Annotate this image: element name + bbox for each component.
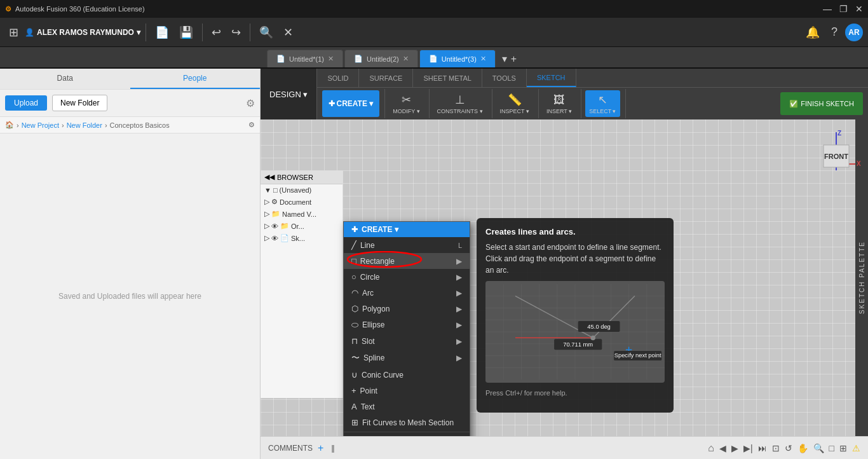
menu-item-line[interactable]: ╱Line L xyxy=(344,237,470,253)
create-menu-header[interactable]: ✚ CREATE ▾ xyxy=(344,222,470,237)
nav-play-icon[interactable]: ▶ xyxy=(731,443,738,453)
browser-item-document[interactable]: ▷ ⚙ Document xyxy=(261,196,342,208)
constraints-btn[interactable]: ⊥ CONSTRAINTS ▾ xyxy=(433,90,487,117)
help-btn[interactable]: ? xyxy=(827,23,841,41)
mode-tab-tools[interactable]: TOOLS xyxy=(482,69,527,87)
slot-icon: ⊓ xyxy=(351,336,358,346)
comments-collapse-icon[interactable]: ‖ xyxy=(331,444,335,453)
nav-home-icon[interactable]: ⌂ xyxy=(708,442,714,454)
select-btn[interactable]: ↖ SELECT ▾ xyxy=(585,90,620,117)
window-controls[interactable]: — ❐ ✕ xyxy=(823,4,863,14)
breadcrumb-project[interactable]: New Project xyxy=(22,121,59,129)
tabs-overflow-btn[interactable]: ▾ xyxy=(502,53,507,65)
breadcrumb-sep-2: › xyxy=(62,121,64,129)
menu-item-ellipse[interactable]: ⬭Ellipse ▶ xyxy=(344,317,470,333)
design-mode-btn[interactable]: DESIGN ▾ xyxy=(261,69,317,120)
arc-icon: ◠ xyxy=(351,288,358,298)
upload-btn[interactable]: Upload xyxy=(5,95,47,111)
svg-text:70.711 mm: 70.711 mm xyxy=(563,341,593,348)
conic-curve-icon: ∪ xyxy=(351,370,358,380)
svg-text:X: X xyxy=(857,160,861,167)
browser-item-origin[interactable]: ▷ 👁 📁 Or... xyxy=(261,220,342,232)
menu-item-mirror[interactable]: △Mirror xyxy=(344,434,470,436)
minimize-btn[interactable]: — xyxy=(823,4,832,14)
add-comment-btn[interactable]: + xyxy=(318,442,323,454)
finish-sketch-btn[interactable]: ✅ FINISH SKETCH xyxy=(780,92,863,115)
comments-bar: COMMENTS + ‖ ⌂ ◀ ▶ ▶| ⏭ ⊡ ↺ ✋ 🔍 □ ⊞ ⚠ xyxy=(261,436,868,459)
browser-item-unsaved[interactable]: ▼ □ (Unsaved) xyxy=(261,184,342,196)
browser-collapse-icon: ◀◀ xyxy=(264,173,275,181)
sketch-palette-label: SKETCH PALETTE xyxy=(858,241,865,314)
tab-close-2[interactable]: ✕ xyxy=(403,55,409,63)
breadcrumb-settings-icon[interactable]: ⚙ xyxy=(248,121,255,129)
eye-icon[interactable]: 👁 xyxy=(271,223,278,230)
modify-icon: ✂ xyxy=(402,93,411,107)
browser-item-sketch[interactable]: ▷ 👁 📄 Sk... xyxy=(261,232,342,244)
tab-close-1[interactable]: ✕ xyxy=(328,55,334,63)
create-btn[interactable]: ✚ CREATE ▾ xyxy=(322,90,379,117)
user-avatar[interactable]: AR xyxy=(845,24,863,41)
inspect-btn[interactable]: 📏 INSPECT ▾ xyxy=(496,90,533,117)
menu-item-slot[interactable]: ⊓Slot ▶ xyxy=(344,333,470,349)
apps-grid-btn[interactable]: ⊞ xyxy=(5,23,22,42)
maximize-btn[interactable]: ❐ xyxy=(839,4,848,14)
nav-back-icon[interactable]: ◀ xyxy=(719,443,726,453)
search-btn[interactable]: 🔍 xyxy=(255,23,277,42)
user-menu-btn[interactable]: 👤 ALEX RAMOS RAYMUNDO ▾ xyxy=(25,28,140,37)
tab-untitled3[interactable]: 📄 Untitled*(3) ✕ xyxy=(419,50,496,67)
menu-item-circle[interactable]: ○Circle ▶ xyxy=(344,269,470,285)
mode-tab-solid[interactable]: SOLID xyxy=(317,69,359,87)
notifications-btn[interactable]: 🔔 xyxy=(802,23,824,42)
tab-untitled1[interactable]: 📄 Untitled*(1) ✕ xyxy=(267,50,343,67)
data-tab[interactable]: Data xyxy=(0,69,130,89)
create-dropdown-menu: ✚ CREATE ▾ ╱Line L □ Rectangle ▶ xyxy=(343,221,470,436)
view-cube[interactable]: FRONT Z X xyxy=(811,126,862,177)
close-btn[interactable]: ✕ xyxy=(855,4,863,14)
file-new-btn[interactable]: 📄 xyxy=(151,23,173,42)
menu-item-arc[interactable]: ◠Arc ▶ xyxy=(344,285,470,301)
insert-btn[interactable]: 🖼 INSERT ▾ xyxy=(543,90,576,117)
circle-arrow: ▶ xyxy=(456,273,462,282)
display-icon[interactable]: □ xyxy=(829,443,834,453)
mode-tab-sheet-metal[interactable]: SHEET METAL xyxy=(413,69,482,87)
nav-step-icon[interactable]: ▶| xyxy=(743,443,753,453)
menu-item-fit-curves[interactable]: ⊞Fit Curves to Mesh Section xyxy=(344,414,470,430)
tab-close-3[interactable]: ✕ xyxy=(480,55,486,63)
constraints-group: ⊥ CONSTRAINTS ▾ xyxy=(433,89,492,118)
mode-tab-sketch[interactable]: SKETCH xyxy=(527,69,576,87)
menu-item-point[interactable]: +Point xyxy=(344,383,470,399)
menu-item-polygon[interactable]: ⬡Polygon ▶ xyxy=(344,301,470,317)
modify-btn[interactable]: ✂ MODIFY ▾ xyxy=(389,90,423,117)
breadcrumb-folder[interactable]: New Folder xyxy=(67,121,102,129)
eye-icon[interactable]: 👁 xyxy=(271,235,278,242)
grid-icon[interactable]: ⊞ xyxy=(839,443,847,453)
close-file-btn[interactable]: ✕ xyxy=(280,23,297,42)
cad-canvas[interactable]: ◀◀ BROWSER ▼ □ (Unsaved) ▷ ⚙ Document ▷ … xyxy=(261,120,868,436)
new-tab-btn[interactable]: + xyxy=(511,53,517,65)
breadcrumb-home-icon[interactable]: 🏠 xyxy=(5,121,14,129)
undo-btn[interactable]: ↩ xyxy=(208,23,225,42)
mode-tab-surface[interactable]: SURFACE xyxy=(359,69,413,87)
menu-item-conic-curve[interactable]: ∪Conic Curve xyxy=(344,367,470,383)
pan-icon[interactable]: ✋ xyxy=(797,443,808,453)
nav-end-icon[interactable]: ⏭ xyxy=(758,443,767,453)
menu-item-text[interactable]: AText xyxy=(344,399,470,414)
orbit-icon[interactable]: ↺ xyxy=(785,443,792,453)
browser-item-named[interactable]: ▷ 📁 Named V... xyxy=(261,208,342,220)
select-group: ↖ SELECT ▾ xyxy=(585,89,625,118)
menu-item-spline[interactable]: 〜Spline ▶ xyxy=(344,349,470,367)
tab-icon-1: 📄 xyxy=(276,55,285,63)
redo-btn[interactable]: ↪ xyxy=(227,23,245,42)
timeline-icon[interactable]: ⊡ xyxy=(772,443,780,453)
expand-icon: ▼ xyxy=(264,186,271,194)
new-folder-btn[interactable]: New Folder xyxy=(52,95,107,111)
tab-untitled2[interactable]: 📄 Untitled(2) ✕ xyxy=(344,50,418,67)
people-tab[interactable]: People xyxy=(130,69,261,89)
save-btn[interactable]: 💾 xyxy=(175,23,197,42)
browser-header[interactable]: ◀◀ BROWSER xyxy=(261,170,342,184)
mode-tab-row: SOLID SURFACE SHEET METAL TOOLS SKETCH xyxy=(317,69,868,88)
menu-item-rectangle[interactable]: □ Rectangle ▶ xyxy=(344,253,470,269)
zoom-icon[interactable]: 🔍 xyxy=(813,443,824,453)
settings-icon[interactable]: ⚙ xyxy=(246,97,255,109)
warning-icon: ⚠ xyxy=(852,443,860,453)
